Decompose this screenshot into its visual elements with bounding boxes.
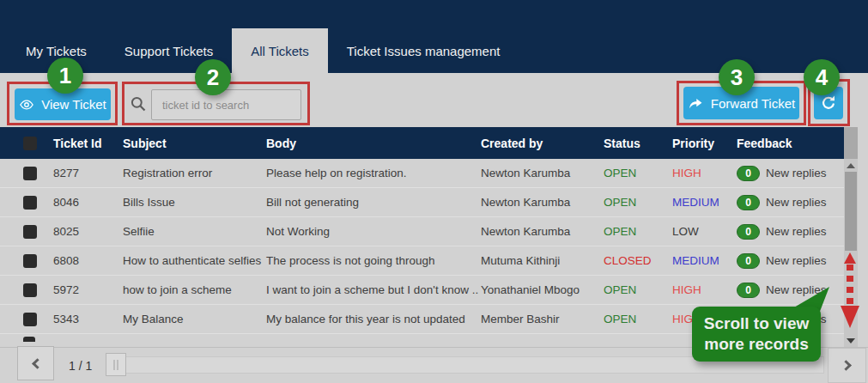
reply-count-badge: 0 [737,283,760,298]
tooltip-line-2: more records [704,334,808,355]
reply-count-badge: 0 [737,253,760,269]
vertical-scrollbar[interactable] [844,127,858,347]
column-header-priority[interactable]: Priority [671,137,737,150]
ticket-management-screen: My Tickets Support Tickets All Tickets T… [0,0,868,383]
select-all-checkbox[interactable] [23,137,37,150]
column-header-status[interactable]: Status [602,137,671,150]
scrollbar-header-segment [844,127,858,159]
cell-feedback-label: New replies [766,196,827,209]
cell-created-by: Mutuma Kithinji [479,254,602,267]
cell-priority: MEDIUM [671,254,737,267]
cell-body: I want to join a scheme but I don't know… [264,283,479,296]
cell-ticket-id: 6808 [47,254,121,267]
refresh-icon [820,94,837,112]
cell-created-by: Newton Karumba [479,225,602,238]
cell-body: Please help on registration. [264,167,479,179]
column-header-body[interactable]: Body [264,137,479,150]
cell-status: OPEN [602,313,671,325]
step-badge-2: 2 [195,59,231,95]
table-row[interactable]: 8277 Registration error Please help on r… [0,159,844,188]
table-row[interactable]: 8046 Bills Issue Bill not generating New… [0,188,844,217]
step-badge-4: 4 [804,59,840,95]
cell-status: OPEN [602,225,671,238]
next-page-button[interactable] [828,348,866,383]
cell-priority: MEDIUM [671,196,737,209]
cell-status: OPEN [602,167,671,179]
cell-subject: Bills Issue [121,196,264,209]
step-badge-3: 3 [719,59,755,95]
table-row[interactable]: 6808 How to authenticate selfies The pro… [0,246,844,276]
row-checkbox[interactable] [23,196,37,210]
table-row[interactable]: 8025 Selfiie Not Working Newton Karumba … [0,217,844,246]
table-row[interactable]: 5972 how to join a scheme I want to join… [0,276,844,305]
cell-feedback-label: New replies [766,225,827,238]
cell-subject: how to join a scheme [121,283,264,296]
cell-body: Bill not generating [264,196,479,209]
row-checkbox[interactable] [23,225,37,239]
cell-created-by: Newton Karumba [479,167,602,179]
grip-icon [117,360,118,370]
cell-feedback-label: New replies [766,254,827,267]
cell-subject: How to authenticate selfies [121,254,264,267]
forward-ticket-label: Forward Ticket [711,96,795,111]
scrollbar-thumb[interactable] [845,172,857,251]
cell-ticket-id: 5972 [47,283,121,296]
eye-icon [19,97,34,112]
grip-icon [113,360,115,370]
cell-ticket-id: 8046 [47,196,121,209]
tab-bar: My Tickets Support Tickets All Tickets T… [7,28,519,73]
cell-created-by: Member Bashir [479,313,602,325]
cell-body: My balance for this year is not updated [264,313,479,325]
scroll-down-arrow-icon[interactable] [847,338,855,343]
chevron-right-icon [841,360,852,371]
cell-status: CLOSED [602,254,671,267]
reply-count-badge: 0 [737,166,760,181]
search-icon [130,95,147,116]
column-header-ticket-id[interactable]: Ticket Id [47,137,121,150]
cell-status: OPEN [602,283,671,296]
cell-subject: Selfiie [121,225,264,238]
forward-arrow-icon [688,96,704,111]
ticket-search-input[interactable] [151,89,301,120]
partial-row-checkbox [23,337,35,342]
tab-all-tickets[interactable]: All Tickets [232,28,328,73]
cell-feedback-label: New replies [766,167,827,179]
tooltip-line-1: Scroll to view [704,313,809,334]
table-header: Ticket Id Subject Body Created by Status… [0,127,844,159]
chevron-left-icon [32,358,43,369]
cell-ticket-id: 5343 [47,313,121,325]
row-checkbox[interactable] [23,313,37,326]
cell-ticket-id: 8025 [47,225,121,238]
cell-subject: My Balance [121,313,264,325]
cell-priority: LOW [671,225,737,238]
cell-subject: Registration error [121,167,264,179]
cell-created-by: Yonathaniel Mbogo [479,283,602,296]
scroll-up-arrow-icon[interactable] [847,163,855,168]
cell-body: The process is not going through [264,254,479,267]
column-header-feedback[interactable]: Feedback [737,137,844,150]
reply-count-badge: 0 [737,224,760,240]
row-checkbox[interactable] [23,167,37,180]
column-header-created-by[interactable]: Created by [479,137,602,150]
previous-page-button[interactable] [17,346,54,380]
cell-body: Not Working [264,225,479,238]
column-header-subject[interactable]: Subject [121,137,264,150]
page-indicator: 1 / 1 [69,359,92,373]
cell-priority: HIGH [671,167,737,179]
cell-priority: HIGH [671,283,737,296]
cell-created-by: Newton Karumba [479,196,602,209]
tab-ticket-issues-management[interactable]: Ticket Issues management [328,28,519,73]
horizontal-scrollbar-handle[interactable] [106,353,126,376]
scroll-tooltip: Scroll to view more records [692,307,821,362]
reply-count-badge: 0 [737,195,760,210]
cell-status: OPEN [602,196,671,209]
row-checkbox[interactable] [23,283,37,297]
cell-ticket-id: 8277 [47,167,121,179]
step-badge-1: 1 [47,58,83,94]
view-ticket-label: View Ticket [41,97,106,112]
row-checkbox[interactable] [23,254,37,268]
